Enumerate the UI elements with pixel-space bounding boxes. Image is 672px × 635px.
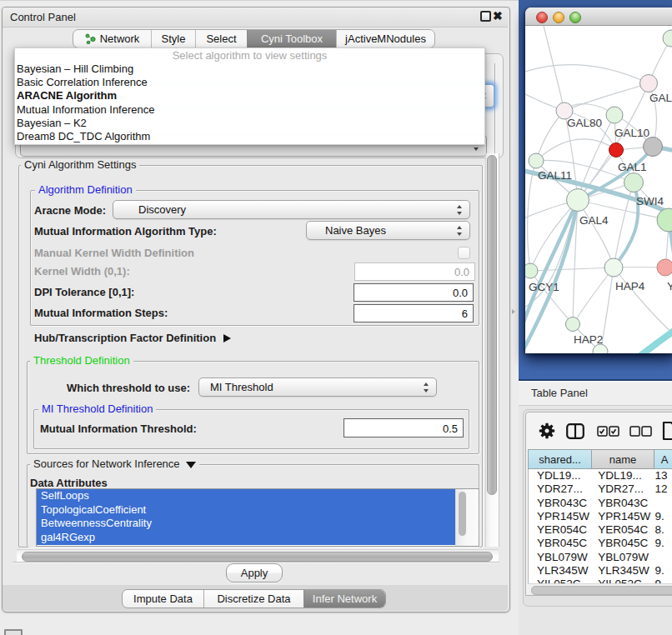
minimize-traffic-light-icon[interactable] bbox=[553, 12, 564, 23]
table-row[interactable]: YPR145WYPR145W9. bbox=[529, 510, 672, 523]
algorithm-option-dream8-dc-tdc-algorithm[interactable]: Dream8 DC_TDC Algorithm bbox=[15, 130, 484, 143]
network-node[interactable] bbox=[663, 30, 672, 47]
network-edge bbox=[573, 268, 614, 324]
network-node[interactable] bbox=[604, 258, 623, 277]
deselect-all-icon[interactable] bbox=[629, 426, 652, 437]
dpi-tolerance-field[interactable]: 0.0 bbox=[354, 283, 474, 302]
bottom-tab-discretize-data[interactable]: Discretize Data bbox=[203, 590, 303, 608]
list-vertical-scrollbar-thumb[interactable] bbox=[459, 492, 466, 536]
document-icon[interactable] bbox=[662, 421, 672, 441]
tab-jactivemnodules[interactable]: jActiveMNodules bbox=[336, 30, 434, 48]
settings-vertical-scrollbar-thumb[interactable] bbox=[487, 155, 497, 495]
attribute-item-betweennesscentrality[interactable]: BetweennessCentrality bbox=[37, 517, 455, 531]
sources-group-title[interactable]: Sources for Network Inference bbox=[30, 458, 199, 470]
aracne-mode-label: Aracne Mode: bbox=[34, 204, 106, 217]
network-edge bbox=[536, 139, 616, 161]
table-row[interactable]: YBL079WYBL079W bbox=[529, 551, 672, 564]
table-horizontal-scrollbar[interactable] bbox=[528, 583, 672, 595]
network-node-label: GAL80 bbox=[567, 117, 602, 129]
split-divider-handle-icon[interactable] bbox=[512, 309, 515, 314]
network-node[interactable] bbox=[525, 263, 538, 278]
application: GALGAL80GAL10GAL1GAL11SWI4GAL4GCY1HAP4YH… bbox=[0, 0, 672, 635]
network-node[interactable] bbox=[529, 153, 544, 168]
attribute-item-topologicalcoefficient[interactable]: TopologicalCoefficient bbox=[37, 503, 455, 518]
table-cell: YPR145W bbox=[591, 510, 652, 523]
network-canvas[interactable]: GALGAL80GAL10GAL1GAL11SWI4GAL4GCY1HAP4YH… bbox=[525, 26, 672, 353]
bottom-tab-infer-network[interactable]: Infer Network bbox=[303, 590, 385, 608]
table-row[interactable]: YDR27...YDR27...12 bbox=[529, 482, 672, 496]
column-header-shared-[interactable]: shared... bbox=[528, 449, 592, 469]
table-cell bbox=[653, 551, 672, 564]
network-node-label: HAP2 bbox=[574, 333, 603, 346]
network-node[interactable] bbox=[566, 318, 580, 332]
column-header-name[interactable]: name bbox=[592, 449, 654, 469]
control-panel-titlebar[interactable] bbox=[3, 8, 508, 28]
kernel-width-label: Kernel Width (0,1): bbox=[34, 265, 130, 278]
attribute-item-gal4rgexp[interactable]: gal4RGexp bbox=[37, 531, 455, 545]
algorithm-option-bayesian-hill-climbing[interactable]: Bayesian – Hill Climbing bbox=[15, 62, 484, 76]
network-node[interactable] bbox=[609, 143, 624, 158]
manual-kernel-checkbox[interactable] bbox=[458, 247, 470, 259]
network-edge-highlighted bbox=[640, 329, 672, 353]
network-edge bbox=[530, 268, 614, 271]
tab-select[interactable]: Select bbox=[195, 30, 247, 48]
algorithm-option-mutual-information-inference[interactable]: Mutual Information Inference bbox=[15, 103, 484, 117]
table-row[interactable]: YLR345WYLR345W9. bbox=[529, 564, 672, 578]
tab-network[interactable]: Network bbox=[73, 30, 151, 48]
tab-style[interactable]: Style bbox=[151, 30, 195, 48]
mi-threshold-field[interactable]: 0.5 bbox=[344, 418, 464, 438]
data-attributes-selection: SelfLoopsTopologicalCoefficientBetweenne… bbox=[37, 489, 455, 545]
network-window-titlebar[interactable] bbox=[525, 8, 672, 26]
table-row[interactable]: YBR043CYBR043C bbox=[529, 497, 672, 510]
network-edge bbox=[525, 65, 649, 83]
overview-mini-icon[interactable] bbox=[4, 629, 23, 635]
network-node[interactable] bbox=[640, 75, 658, 92]
hub-definition-expander[interactable]: Hub/Transcription Factor Definition bbox=[34, 332, 231, 344]
algorithm-option-basic-correlation-inference[interactable]: Basic Correlation Inference bbox=[15, 76, 484, 89]
table-horizontal-scrollbar-thumb[interactable] bbox=[531, 586, 672, 595]
tab-label: Network bbox=[100, 32, 140, 45]
network-node[interactable] bbox=[624, 173, 644, 192]
network-node[interactable] bbox=[657, 259, 672, 276]
data-attributes-list[interactable]: SelfLoopsTopologicalCoefficientBetweenne… bbox=[36, 488, 479, 547]
dpi-tolerance-label: DPI Tolerance [0,1]: bbox=[34, 286, 134, 298]
settings-horizontal-scrollbar-thumb[interactable] bbox=[22, 552, 493, 562]
close-traffic-light-icon[interactable] bbox=[536, 12, 548, 23]
split-view-icon[interactable] bbox=[566, 423, 584, 439]
network-node[interactable] bbox=[657, 208, 672, 232]
float-window-icon[interactable] bbox=[480, 11, 491, 22]
collapse-down-icon bbox=[186, 462, 196, 468]
mi-threshold-label: Mutual Information Threshold: bbox=[40, 422, 197, 435]
mi-type-label: Mutual Information Algorithm Type: bbox=[34, 225, 217, 238]
mi-type-combobox[interactable]: Naive Bayes bbox=[306, 221, 470, 240]
aracne-mode-combobox[interactable]: Discovery bbox=[113, 200, 470, 219]
table-row[interactable]: YER054CYER054C8. bbox=[529, 523, 672, 537]
attribute-item-selfloops[interactable]: SelfLoops bbox=[37, 489, 455, 503]
network-node[interactable] bbox=[606, 107, 623, 123]
cyni-algorithm-settings-title: Cyni Algorithm Settings bbox=[21, 159, 139, 171]
which-threshold-combobox[interactable]: MI Threshold bbox=[198, 378, 437, 397]
apply-button-label: Apply bbox=[241, 567, 268, 579]
close-icon[interactable]: ✖ bbox=[493, 9, 503, 22]
table-row[interactable]: YBR045CYBR045C9. bbox=[529, 537, 672, 550]
algorithm-option-aracne-algorithm[interactable]: ARACNE Algorithm bbox=[15, 89, 484, 102]
table-cell: YDL19... bbox=[529, 469, 591, 482]
apply-button[interactable]: Apply bbox=[226, 563, 283, 582]
kernel-width-field[interactable]: 0.0 bbox=[354, 262, 475, 281]
gear-icon[interactable] bbox=[539, 422, 555, 439]
network-node[interactable] bbox=[567, 189, 589, 212]
list-vertical-scrollbar[interactable] bbox=[455, 489, 479, 546]
bottom-tab-impute-data[interactable]: Impute Data bbox=[123, 590, 203, 608]
network-node[interactable] bbox=[644, 138, 663, 157]
mi-steps-field[interactable]: 6 bbox=[354, 304, 474, 322]
select-all-icon[interactable] bbox=[597, 426, 619, 437]
tab-cyni-toolbox[interactable]: Cyni Toolbox bbox=[247, 30, 336, 48]
aracne-mode-value: Discovery bbox=[138, 201, 186, 218]
table-cell: YDL19... bbox=[591, 469, 652, 482]
column-header-a[interactable]: A bbox=[654, 449, 672, 469]
algorithm-option-bayesian-k2[interactable]: Bayesian – K2 bbox=[15, 117, 484, 130]
table-row[interactable]: YDL19...YDL19...13 bbox=[529, 469, 672, 482]
mi-steps-value: 6 bbox=[462, 308, 468, 320]
zoom-traffic-light-icon[interactable] bbox=[569, 12, 581, 23]
table-cell: YER054C bbox=[591, 523, 652, 537]
